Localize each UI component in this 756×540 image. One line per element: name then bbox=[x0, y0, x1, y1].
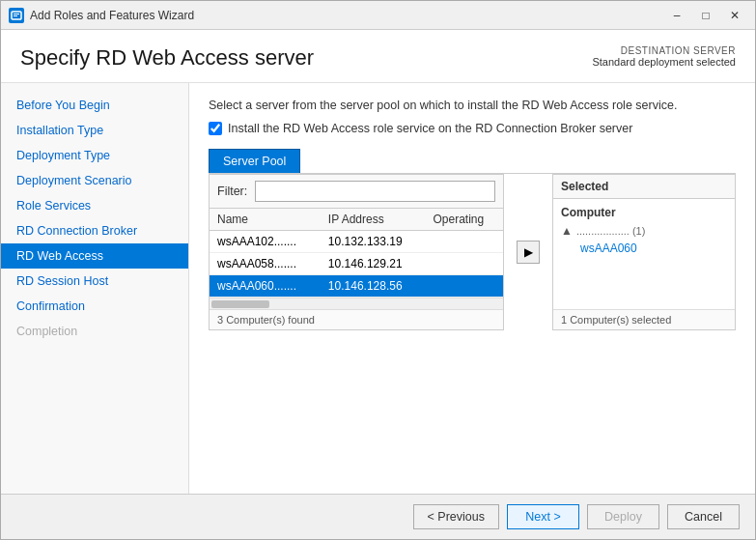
destination-info: DESTINATION SERVER Standard deployment s… bbox=[592, 45, 736, 68]
sidebar-item-rd-web-access[interactable]: RD Web Access bbox=[1, 243, 188, 269]
install-checkbox[interactable] bbox=[209, 122, 222, 135]
table-row[interactable]: wsAAA060.......10.146.128.56 bbox=[210, 275, 503, 298]
table-row[interactable]: wsAAA058.......10.146.129.21 bbox=[210, 253, 503, 275]
right-panel-content: Computer ▲ .................. (1) wsAAA0… bbox=[553, 199, 735, 309]
cancel-button[interactable]: Cancel bbox=[667, 504, 740, 529]
server-table-area: Name IP Address Operating wsAAA102......… bbox=[210, 209, 503, 298]
instruction-text: Select a server from the server pool on … bbox=[209, 99, 736, 112]
filter-label: Filter: bbox=[217, 185, 247, 198]
sidebar-item-confirmation[interactable]: Confirmation bbox=[1, 294, 188, 319]
server-pool-tab[interactable]: Server Pool bbox=[209, 149, 300, 173]
previous-button[interactable]: < Previous bbox=[413, 504, 499, 529]
title-bar: Add Roles and Features Wizard – □ ✕ bbox=[1, 1, 755, 30]
main-content: Specify RD Web Access server DESTINATION… bbox=[1, 30, 755, 539]
body: Before You Begin Installation Type Deplo… bbox=[1, 83, 755, 494]
tree-expand-icon: ▲ bbox=[561, 224, 573, 238]
selected-header: Selected bbox=[553, 175, 735, 199]
filter-input[interactable] bbox=[255, 181, 495, 202]
sidebar-item-role-services[interactable]: Role Services bbox=[1, 193, 188, 218]
sidebar-item-deployment-type[interactable]: Deployment Type bbox=[1, 143, 188, 168]
transfer-column: ▶ bbox=[514, 174, 543, 330]
right-panel: Selected Computer ▲ .................. (… bbox=[552, 174, 736, 330]
checkbox-label: Install the RD Web Access role service o… bbox=[228, 122, 632, 135]
left-panel: Filter: Name IP Address Operating bbox=[209, 174, 504, 330]
svg-rect-1 bbox=[14, 14, 19, 14]
app-icon bbox=[9, 8, 24, 23]
bottom-bar: < Previous Next > Deploy Cancel bbox=[1, 494, 755, 539]
transfer-arrow-icon: ▶ bbox=[524, 245, 533, 259]
panels: Filter: Name IP Address Operating bbox=[209, 174, 736, 330]
next-button[interactable]: Next > bbox=[507, 504, 579, 529]
destination-value: Standard deployment selected bbox=[592, 56, 736, 68]
svg-rect-2 bbox=[14, 15, 17, 16]
sidebar: Before You Begin Installation Type Deplo… bbox=[1, 83, 189, 494]
transfer-button[interactable]: ▶ bbox=[517, 241, 540, 264]
scrollbar-thumb bbox=[211, 300, 269, 308]
close-button[interactable]: ✕ bbox=[722, 6, 747, 25]
tab-bar: Server Pool bbox=[209, 149, 736, 174]
selected-item: wsAAA060 bbox=[561, 240, 727, 257]
maximize-button[interactable]: □ bbox=[693, 6, 718, 25]
server-table: Name IP Address Operating wsAAA102......… bbox=[210, 209, 503, 298]
selected-group-label: .................. (1) bbox=[576, 225, 646, 237]
selected-count: 1 Computer(s) selected bbox=[553, 309, 735, 329]
sidebar-item-rd-connection-broker[interactable]: RD Connection Broker bbox=[1, 218, 188, 243]
horizontal-scrollbar[interactable] bbox=[210, 298, 503, 309]
sidebar-item-rd-session-host[interactable]: RD Session Host bbox=[1, 269, 188, 294]
page-title: Specify RD Web Access server bbox=[20, 45, 314, 71]
col-name: Name bbox=[210, 209, 321, 231]
col-os: Operating bbox=[426, 209, 504, 231]
minimize-button[interactable]: – bbox=[664, 6, 689, 25]
sidebar-item-before-you-begin[interactable]: Before You Begin bbox=[1, 93, 188, 118]
deploy-button[interactable]: Deploy bbox=[587, 504, 659, 529]
destination-label: DESTINATION SERVER bbox=[592, 45, 736, 56]
page-header: Specify RD Web Access server DESTINATION… bbox=[1, 30, 755, 83]
window-title: Add Roles and Features Wizard bbox=[30, 9, 664, 22]
content-area: Select a server from the server pool on … bbox=[189, 83, 755, 494]
table-row[interactable]: wsAAA102.......10.132.133.19 bbox=[210, 231, 503, 253]
selected-column-header: Computer bbox=[561, 203, 727, 222]
sidebar-item-installation-type[interactable]: Installation Type bbox=[1, 118, 188, 143]
checkbox-row: Install the RD Web Access role service o… bbox=[209, 122, 736, 135]
sidebar-item-deployment-scenario[interactable]: Deployment Scenario bbox=[1, 168, 188, 193]
window-controls: – □ ✕ bbox=[664, 6, 747, 25]
servers-found-count: 3 Computer(s) found bbox=[210, 309, 503, 329]
filter-bar: Filter: bbox=[210, 175, 503, 209]
selected-group: ▲ .................. (1) bbox=[561, 222, 727, 240]
sidebar-item-completion: Completion bbox=[1, 319, 188, 344]
col-ip: IP Address bbox=[321, 209, 426, 231]
